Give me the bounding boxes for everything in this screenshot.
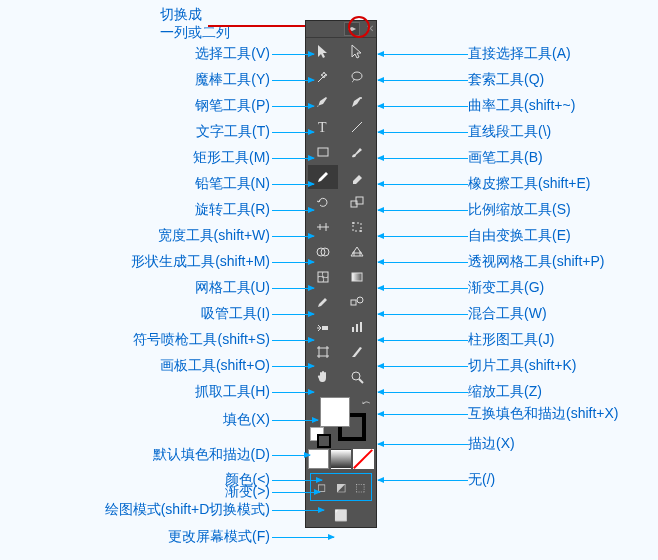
arrow bbox=[378, 158, 468, 159]
svg-rect-13 bbox=[352, 273, 362, 281]
svg-rect-7 bbox=[353, 223, 361, 231]
arrow bbox=[272, 210, 314, 211]
svg-rect-14 bbox=[351, 300, 356, 305]
perspective-grid-tool[interactable] bbox=[342, 240, 372, 264]
curvature-tool-label: 曲率工具(shift+~) bbox=[468, 97, 575, 115]
svg-text:T: T bbox=[318, 120, 327, 135]
gradient-tool-label: 渐变工具(G) bbox=[468, 279, 544, 297]
draw-inside-button[interactable]: ⬚ bbox=[352, 477, 369, 497]
arrow bbox=[378, 132, 468, 133]
blend-tool[interactable] bbox=[342, 290, 372, 314]
lasso-tool-label: 套索工具(Q) bbox=[468, 71, 544, 89]
screen-mode-label: 更改屏幕模式(F) bbox=[168, 528, 270, 546]
eraser-tool[interactable] bbox=[342, 165, 372, 189]
type-tool-label: 文字工具(T) bbox=[196, 123, 270, 141]
scale-tool[interactable] bbox=[342, 190, 372, 214]
svg-rect-16 bbox=[322, 326, 328, 330]
zoom-tool-label: 缩放工具(Z) bbox=[468, 383, 542, 401]
toggle-title: 切换成 bbox=[160, 6, 202, 24]
none-mode-button[interactable] bbox=[353, 449, 374, 469]
curvature-tool[interactable] bbox=[342, 90, 372, 114]
symbol-sprayer-tool[interactable] bbox=[308, 315, 338, 339]
svg-line-22 bbox=[359, 379, 363, 383]
direct-selection-tool-label: 直接选择工具(A) bbox=[468, 45, 571, 63]
svg-point-1 bbox=[360, 97, 362, 99]
svg-rect-19 bbox=[360, 322, 362, 332]
brush-tool[interactable] bbox=[342, 140, 372, 164]
arrow bbox=[272, 455, 310, 456]
arrow bbox=[272, 366, 314, 367]
none-mode-label: 无(/) bbox=[468, 471, 495, 489]
eraser-tool-label: 橡皮擦工具(shift+E) bbox=[468, 175, 591, 193]
line-tool[interactable] bbox=[342, 115, 372, 139]
svg-point-9 bbox=[360, 230, 362, 232]
column-graph-tool-label: 柱形图工具(J) bbox=[468, 331, 554, 349]
lasso-tool[interactable] bbox=[342, 65, 372, 89]
svg-line-3 bbox=[352, 122, 362, 132]
arrow bbox=[272, 537, 334, 538]
default-fill-stroke-icon[interactable] bbox=[310, 427, 324, 441]
swap-fill-stroke-icon[interactable]: ⤺ bbox=[362, 397, 370, 408]
arrow bbox=[272, 184, 314, 185]
svg-rect-20 bbox=[319, 348, 327, 356]
arrow bbox=[378, 392, 468, 393]
svg-point-15 bbox=[357, 297, 363, 303]
fill-swatch[interactable] bbox=[320, 397, 350, 427]
draw-behind-button[interactable]: ◩ bbox=[332, 477, 349, 497]
arrow bbox=[272, 106, 314, 107]
eyedropper-tool-label: 吸管工具(I) bbox=[201, 305, 270, 323]
magic-wand-tool-label: 魔棒工具(Y) bbox=[195, 71, 270, 89]
arrow bbox=[272, 132, 314, 133]
svg-point-0 bbox=[352, 72, 362, 80]
brush-tool-label: 画笔工具(B) bbox=[468, 149, 543, 167]
arrow bbox=[272, 80, 314, 81]
screen-mode-button[interactable]: ⬜ bbox=[325, 505, 357, 525]
arrow bbox=[272, 420, 318, 421]
color-mode-button[interactable] bbox=[308, 449, 329, 469]
type-tool[interactable]: T bbox=[308, 115, 338, 139]
swap-fill-stroke-label: 互换填色和描边(shift+X) bbox=[468, 405, 619, 423]
arrow bbox=[272, 314, 314, 315]
blend-tool-label: 混合工具(W) bbox=[468, 305, 547, 323]
annotation-circle bbox=[348, 16, 370, 38]
perspective-grid-tool-label: 透视网格工具(shift+P) bbox=[468, 253, 605, 271]
arrow bbox=[272, 510, 324, 511]
arrow bbox=[378, 340, 468, 341]
arrow bbox=[378, 80, 468, 81]
arrow bbox=[272, 288, 314, 289]
svg-rect-4 bbox=[318, 148, 328, 156]
arrow bbox=[378, 236, 468, 237]
svg-point-21 bbox=[352, 372, 360, 380]
free-transform-tool[interactable] bbox=[342, 215, 372, 239]
pencil-tool-label: 铅笔工具(N) bbox=[195, 175, 270, 193]
width-tool-label: 宽度工具(shift+W) bbox=[158, 227, 270, 245]
arrow bbox=[378, 314, 468, 315]
arrow bbox=[272, 340, 314, 341]
arrow bbox=[272, 54, 314, 55]
arrow bbox=[378, 210, 468, 211]
tools-panel: ◂▸ ✕ T bbox=[305, 20, 377, 528]
svg-point-8 bbox=[352, 222, 354, 224]
svg-rect-17 bbox=[352, 327, 354, 332]
gradient-tool[interactable] bbox=[342, 265, 372, 289]
pen-tool[interactable] bbox=[308, 90, 338, 114]
line-tool-label: 直线段工具(\) bbox=[468, 123, 551, 141]
free-transform-tool-label: 自由变换工具(E) bbox=[468, 227, 571, 245]
symbol-sprayer-tool-label: 符号喷枪工具(shift+S) bbox=[133, 331, 270, 349]
column-graph-tool[interactable] bbox=[342, 315, 372, 339]
slice-tool[interactable] bbox=[342, 340, 372, 364]
arrow bbox=[272, 158, 314, 159]
zoom-tool[interactable] bbox=[342, 365, 372, 389]
direct-selection-tool[interactable] bbox=[342, 40, 372, 64]
arrow bbox=[378, 480, 468, 481]
arrow bbox=[272, 262, 314, 263]
rotate-tool-label: 旋转工具(R) bbox=[195, 201, 270, 219]
arrow bbox=[378, 444, 468, 445]
arrow bbox=[378, 366, 468, 367]
selection-tool-label: 选择工具(V) bbox=[195, 45, 270, 63]
arrow bbox=[378, 184, 468, 185]
artboard-tool[interactable] bbox=[308, 340, 338, 364]
mesh-tool-label: 网格工具(U) bbox=[195, 279, 270, 297]
gradient-mode-button[interactable] bbox=[331, 449, 352, 469]
arrow bbox=[272, 480, 322, 481]
